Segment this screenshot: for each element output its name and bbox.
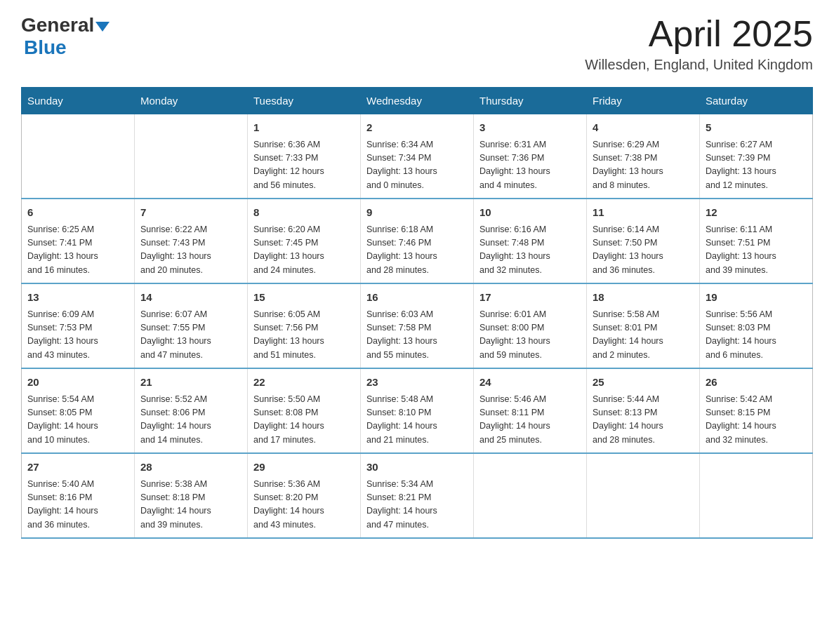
calendar-cell: 18Sunrise: 5:58 AM Sunset: 8:01 PM Dayli… <box>587 283 700 368</box>
calendar-cell: 3Sunrise: 6:31 AM Sunset: 7:36 PM Daylig… <box>474 114 587 199</box>
calendar-cell <box>474 453 587 538</box>
day-number: 23 <box>366 375 468 391</box>
logo-blue-text: Blue <box>24 36 67 58</box>
day-info: Sunrise: 5:58 AM Sunset: 8:01 PM Dayligh… <box>593 308 694 363</box>
day-info: Sunrise: 5:38 AM Sunset: 8:18 PM Dayligh… <box>140 478 241 532</box>
calendar-cell: 8Sunrise: 6:20 AM Sunset: 7:45 PM Daylig… <box>248 199 361 283</box>
day-number: 11 <box>593 205 694 221</box>
day-info: Sunrise: 6:18 AM Sunset: 7:46 PM Dayligh… <box>366 223 468 278</box>
calendar-cell: 6Sunrise: 6:25 AM Sunset: 7:41 PM Daylig… <box>22 199 135 283</box>
day-info: Sunrise: 6:16 AM Sunset: 7:48 PM Dayligh… <box>479 223 581 278</box>
logo: General Blue <box>21 14 110 59</box>
month-title: April 2025 <box>585 14 813 54</box>
calendar-table: SundayMondayTuesdayWednesdayThursdayFrid… <box>21 87 813 539</box>
day-info: Sunrise: 6:22 AM Sunset: 7:43 PM Dayligh… <box>140 223 241 278</box>
header-cell-wednesday: Wednesday <box>361 88 474 114</box>
day-info: Sunrise: 5:56 AM Sunset: 8:03 PM Dayligh… <box>706 308 807 363</box>
day-number: 29 <box>253 459 355 476</box>
calendar-cell <box>587 453 700 538</box>
day-number: 19 <box>706 290 807 306</box>
calendar-cell: 20Sunrise: 5:54 AM Sunset: 8:05 PM Dayli… <box>22 368 135 453</box>
day-info: Sunrise: 5:34 AM Sunset: 8:21 PM Dayligh… <box>366 478 468 532</box>
day-number: 25 <box>593 375 694 391</box>
header-cell-friday: Friday <box>587 88 700 114</box>
day-info: Sunrise: 6:05 AM Sunset: 7:56 PM Dayligh… <box>253 308 355 363</box>
calendar-cell: 22Sunrise: 5:50 AM Sunset: 8:08 PM Dayli… <box>248 368 361 453</box>
calendar-cell: 28Sunrise: 5:38 AM Sunset: 8:18 PM Dayli… <box>135 453 248 538</box>
day-info: Sunrise: 5:40 AM Sunset: 8:16 PM Dayligh… <box>27 478 128 532</box>
location: Willesden, England, United Kingdom <box>585 57 813 73</box>
day-info: Sunrise: 6:27 AM Sunset: 7:39 PM Dayligh… <box>706 138 807 193</box>
day-number: 7 <box>140 205 241 221</box>
calendar-cell: 19Sunrise: 5:56 AM Sunset: 8:03 PM Dayli… <box>700 283 813 368</box>
day-number: 10 <box>479 205 581 221</box>
day-number: 17 <box>479 290 581 306</box>
day-number: 3 <box>479 120 581 136</box>
day-number: 30 <box>366 459 468 476</box>
calendar-cell <box>22 114 135 199</box>
day-info: Sunrise: 5:48 AM Sunset: 8:10 PM Dayligh… <box>366 393 468 448</box>
calendar-cell: 13Sunrise: 6:09 AM Sunset: 7:53 PM Dayli… <box>22 283 135 368</box>
calendar-cell: 14Sunrise: 6:07 AM Sunset: 7:55 PM Dayli… <box>135 283 248 368</box>
day-number: 12 <box>706 205 807 221</box>
header-cell-thursday: Thursday <box>474 88 587 114</box>
day-info: Sunrise: 5:52 AM Sunset: 8:06 PM Dayligh… <box>140 393 241 448</box>
day-number: 13 <box>27 290 128 306</box>
day-info: Sunrise: 5:54 AM Sunset: 8:05 PM Dayligh… <box>27 393 128 448</box>
header-cell-monday: Monday <box>135 88 248 114</box>
calendar-cell <box>700 453 813 538</box>
day-info: Sunrise: 6:36 AM Sunset: 7:33 PM Dayligh… <box>253 138 355 193</box>
calendar-cell: 5Sunrise: 6:27 AM Sunset: 7:39 PM Daylig… <box>700 114 813 199</box>
calendar-cell: 25Sunrise: 5:44 AM Sunset: 8:13 PM Dayli… <box>587 368 700 453</box>
calendar-cell: 17Sunrise: 6:01 AM Sunset: 8:00 PM Dayli… <box>474 283 587 368</box>
calendar-cell: 24Sunrise: 5:46 AM Sunset: 8:11 PM Dayli… <box>474 368 587 453</box>
calendar-cell: 30Sunrise: 5:34 AM Sunset: 8:21 PM Dayli… <box>361 453 474 538</box>
day-info: Sunrise: 6:03 AM Sunset: 7:58 PM Dayligh… <box>366 308 468 363</box>
header-row: SundayMondayTuesdayWednesdayThursdayFrid… <box>22 88 813 114</box>
day-number: 26 <box>706 375 807 391</box>
day-info: Sunrise: 6:09 AM Sunset: 7:53 PM Dayligh… <box>27 308 128 363</box>
calendar-cell: 16Sunrise: 6:03 AM Sunset: 7:58 PM Dayli… <box>361 283 474 368</box>
day-number: 22 <box>253 375 355 391</box>
calendar-cell: 12Sunrise: 6:11 AM Sunset: 7:51 PM Dayli… <box>700 199 813 283</box>
logo-triangle-icon <box>95 22 110 32</box>
page-header: General Blue April 2025 Willesden, Engla… <box>21 14 813 73</box>
day-info: Sunrise: 6:25 AM Sunset: 7:41 PM Dayligh… <box>27 223 128 278</box>
calendar-cell: 15Sunrise: 6:05 AM Sunset: 7:56 PM Dayli… <box>248 283 361 368</box>
day-number: 28 <box>140 459 241 476</box>
calendar-cell: 4Sunrise: 6:29 AM Sunset: 7:38 PM Daylig… <box>587 114 700 199</box>
day-info: Sunrise: 5:42 AM Sunset: 8:15 PM Dayligh… <box>706 393 807 448</box>
calendar-cell: 27Sunrise: 5:40 AM Sunset: 8:16 PM Dayli… <box>22 453 135 538</box>
calendar-cell: 9Sunrise: 6:18 AM Sunset: 7:46 PM Daylig… <box>361 199 474 283</box>
calendar-cell: 10Sunrise: 6:16 AM Sunset: 7:48 PM Dayli… <box>474 199 587 283</box>
calendar-cell <box>135 114 248 199</box>
day-number: 9 <box>366 205 468 221</box>
calendar-cell: 21Sunrise: 5:52 AM Sunset: 8:06 PM Dayli… <box>135 368 248 453</box>
calendar-cell: 1Sunrise: 6:36 AM Sunset: 7:33 PM Daylig… <box>248 114 361 199</box>
calendar-cell: 7Sunrise: 6:22 AM Sunset: 7:43 PM Daylig… <box>135 199 248 283</box>
day-info: Sunrise: 6:11 AM Sunset: 7:51 PM Dayligh… <box>706 223 807 278</box>
calendar-header: SundayMondayTuesdayWednesdayThursdayFrid… <box>22 88 813 114</box>
day-number: 4 <box>593 120 694 136</box>
day-number: 21 <box>140 375 241 391</box>
day-info: Sunrise: 6:01 AM Sunset: 8:00 PM Dayligh… <box>479 308 581 363</box>
calendar-body: 1Sunrise: 6:36 AM Sunset: 7:33 PM Daylig… <box>22 114 813 539</box>
day-number: 6 <box>27 205 128 221</box>
day-info: Sunrise: 6:14 AM Sunset: 7:50 PM Dayligh… <box>593 223 694 278</box>
week-row-2: 6Sunrise: 6:25 AM Sunset: 7:41 PM Daylig… <box>22 199 813 283</box>
day-info: Sunrise: 5:50 AM Sunset: 8:08 PM Dayligh… <box>253 393 355 448</box>
day-info: Sunrise: 6:07 AM Sunset: 7:55 PM Dayligh… <box>140 308 241 363</box>
week-row-4: 20Sunrise: 5:54 AM Sunset: 8:05 PM Dayli… <box>22 368 813 453</box>
day-info: Sunrise: 5:36 AM Sunset: 8:20 PM Dayligh… <box>253 478 355 532</box>
day-number: 2 <box>366 120 468 136</box>
day-number: 15 <box>253 290 355 306</box>
header-right: April 2025 Willesden, England, United Ki… <box>585 14 813 73</box>
week-row-3: 13Sunrise: 6:09 AM Sunset: 7:53 PM Dayli… <box>22 283 813 368</box>
day-info: Sunrise: 6:20 AM Sunset: 7:45 PM Dayligh… <box>253 223 355 278</box>
calendar-cell: 2Sunrise: 6:34 AM Sunset: 7:34 PM Daylig… <box>361 114 474 199</box>
day-info: Sunrise: 6:29 AM Sunset: 7:38 PM Dayligh… <box>593 138 694 193</box>
day-number: 20 <box>27 375 128 391</box>
day-number: 8 <box>253 205 355 221</box>
day-number: 1 <box>253 120 355 136</box>
day-info: Sunrise: 5:46 AM Sunset: 8:11 PM Dayligh… <box>479 393 581 448</box>
